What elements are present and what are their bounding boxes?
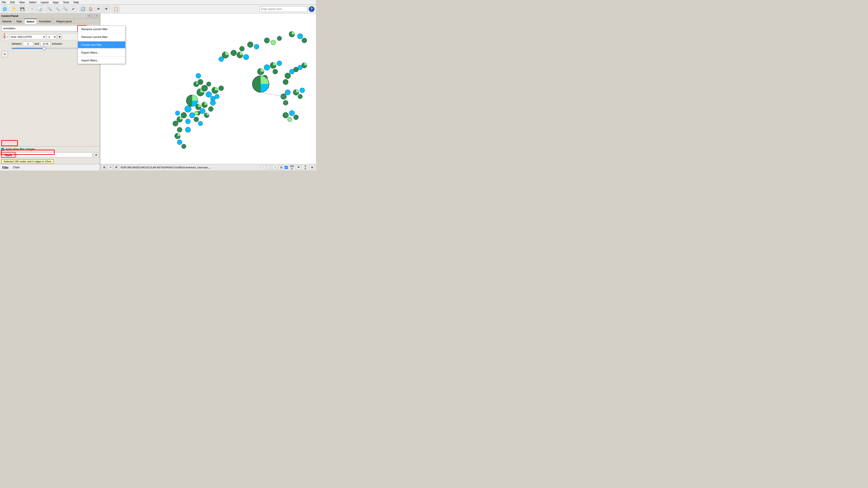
show-graphics-btn[interactable]: 👁 (95, 6, 102, 12)
svg-point-63 (210, 100, 216, 105)
toolbar-sep-2 (27, 6, 27, 12)
panel-header: Control Panel ▾ □ × (0, 13, 100, 19)
network-status-bar: ⊞ ↗ ⚙ FEATURE-BASED-MOLECULAR-NETWORKING… (100, 164, 316, 170)
apply-button[interactable]: Apply (1, 152, 16, 158)
svg-point-50 (185, 106, 191, 112)
network-canvas[interactable]: ⊞ ↗ ⚙ FEATURE-BASED-MOLECULAR-NETWORKING… (100, 13, 316, 170)
tab-annotation[interactable]: Annotation (37, 19, 54, 24)
add-condition-btn[interactable]: + (2, 51, 8, 57)
open-btn[interactable]: 📁 (11, 6, 18, 12)
svg-point-58 (215, 94, 219, 99)
compass-btn[interactable]: ⊕ (309, 165, 315, 170)
condition-operator-select[interactable]: is (47, 34, 57, 39)
export-network-btn[interactable]: ↑ (29, 6, 36, 12)
menu-sep-3 (78, 48, 125, 49)
menu-help[interactable]: Help (73, 0, 80, 4)
show-nodes-checkbox[interactable] (285, 166, 288, 169)
tab-network[interactable]: Network (0, 19, 14, 24)
select-lasso-btn[interactable]: ≀ (273, 165, 278, 170)
show-labels-btn2[interactable]: 👁 (296, 165, 301, 170)
edge-count-bot: 0 (305, 167, 306, 170)
show-labels-btn[interactable]: 👁 (103, 6, 110, 12)
panel-maximize-btn[interactable]: □ (91, 14, 95, 18)
node-count-box: 160 0 (289, 165, 295, 170)
svg-point-68 (189, 112, 195, 118)
svg-point-61 (206, 82, 211, 86)
svg-point-65 (200, 108, 205, 114)
condition-arrow-btn[interactable]: ▼ (58, 34, 62, 39)
svg-point-120 (293, 67, 299, 72)
print-btn[interactable]: 📋 (113, 6, 120, 12)
svg-point-90 (231, 50, 237, 56)
import-table-btn[interactable]: 📊 (36, 6, 43, 12)
menu-apps[interactable]: Apps (52, 0, 59, 4)
menu-tools[interactable]: Tools (62, 0, 70, 4)
menu-view[interactable]: View (18, 0, 26, 4)
search-input[interactable] (259, 6, 307, 12)
svg-point-60 (196, 73, 201, 78)
edge-count-top: 0 (305, 165, 306, 167)
apply-when-checkbox[interactable] (1, 148, 4, 151)
zoom-in-btn[interactable]: 🔍 (46, 6, 53, 12)
search-area: ? (259, 6, 315, 12)
svg-point-117 (285, 73, 290, 79)
save-btn[interactable]: 💾 (19, 6, 26, 12)
apply-when-label: Apply when filter changes (5, 148, 35, 151)
condition-close-btn[interactable]: × (2, 35, 6, 39)
svg-point-74 (198, 121, 203, 126)
filter-select[interactable]: annotation (1, 26, 90, 31)
cytoscape-logo-btn[interactable]: 🌐 (1, 6, 8, 12)
node-count: 160 (290, 165, 294, 167)
export-filters-item[interactable]: Export filters... (78, 49, 125, 56)
menu-select[interactable]: Select (28, 0, 37, 4)
menu-sep-2 (78, 41, 125, 41)
status-area: Selected 160 nodes and 0 edges in 15ms (0, 159, 100, 164)
menu-edit[interactable]: Edit (9, 0, 16, 4)
home-btn[interactable]: 🏠 (87, 6, 94, 12)
select-table-btn[interactable]: ⊟ (279, 165, 284, 170)
rename-filter-item[interactable]: Rename current filter (78, 26, 125, 33)
tab-allegrolayout[interactable]: AllegroLayout (54, 19, 74, 24)
select-box-btn[interactable]: ⬚ (267, 165, 272, 170)
panel-float-btn[interactable]: ▾ (87, 14, 91, 18)
range-max-input[interactable] (40, 42, 51, 46)
menubar: File Edit View Select Layout Apps Tools … (0, 0, 316, 5)
network-svg (100, 13, 316, 170)
svg-point-53 (206, 92, 212, 97)
bottom-tab-bar: Filter Chain (0, 164, 100, 170)
create-filter-item[interactable]: Create new filter (78, 41, 125, 48)
toggle-panel-btn[interactable]: ⊞ (101, 165, 107, 170)
toolbar: 🌐 📁 💾 ↑ 📊 🔍 🔍 🔍 ✔ 🔄 🏠 👁 👁 📋 ? (0, 5, 316, 13)
chain-tab[interactable]: Chain (12, 165, 21, 169)
node-attribute-select[interactable]: Node: MZErrorPPM (9, 34, 46, 39)
menu-file[interactable]: File (1, 0, 7, 4)
import-filters-item[interactable]: Import filters... (78, 57, 125, 64)
range-min-input[interactable] (23, 42, 33, 46)
tab-select[interactable]: Select (25, 19, 37, 24)
filter-dropdown-menu: Rename current filter Remove current fil… (78, 26, 125, 64)
slider-thumb[interactable] (42, 46, 46, 50)
network-tools-btn[interactable]: ⚙ (114, 165, 119, 170)
reload-btn[interactable]: 🔄 (80, 6, 86, 12)
zoom-out-btn[interactable]: 🔍 (54, 6, 61, 12)
slider-track[interactable] (12, 48, 88, 49)
range-between-label: between (12, 42, 22, 45)
menu-layout[interactable]: Layout (40, 0, 49, 4)
zoom-selected-btn[interactable]: ✔ (70, 6, 76, 12)
zoom-fit-btn[interactable]: 🔍 (62, 6, 69, 12)
apply-cancel-btn[interactable]: ⊗ (94, 153, 98, 157)
panel-close-btn[interactable]: × (95, 14, 98, 18)
tab-style[interactable]: Style (14, 19, 25, 24)
filter-tab[interactable]: Filter (1, 165, 9, 169)
tab-bar: Network Style Select Annotation AllegroL… (0, 19, 100, 24)
slider-fill (12, 48, 42, 49)
remove-filter-item[interactable]: Remove current filter (78, 34, 125, 40)
export-btn[interactable]: ↑ (260, 165, 266, 170)
node-zero: 0 (291, 167, 292, 170)
share-btn[interactable]: ↗ (107, 165, 113, 170)
svg-point-59 (198, 79, 203, 85)
svg-point-52 (202, 85, 208, 91)
help-btn[interactable]: ? (309, 6, 315, 12)
svg-point-112 (277, 61, 282, 66)
panel-header-actions: ▾ □ × (87, 14, 98, 18)
